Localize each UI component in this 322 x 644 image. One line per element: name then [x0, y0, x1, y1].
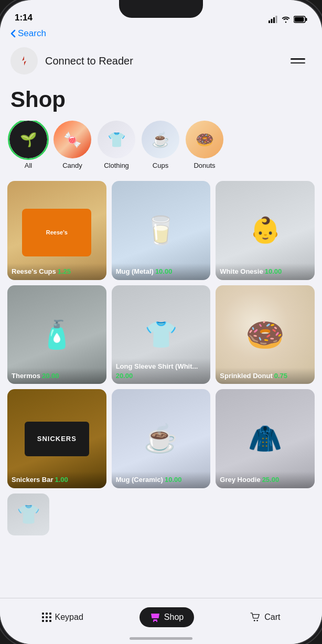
product-name-price-grey-hoodie: Grey Hoodie 25.00	[220, 476, 310, 484]
svg-rect-17	[153, 619, 157, 621]
svg-rect-11	[42, 616, 44, 618]
product-card-sprinkled-donut[interactable]: 🍩 Sprinkled Donut 0.75	[216, 285, 315, 384]
product-name-reeses: Reese's Cups	[12, 267, 56, 276]
product-name-snickers: Snickers Bar	[12, 476, 53, 484]
product-name-price-mug-ceramic: Mug (Ceramic) 10.00	[116, 476, 207, 484]
product-name-mug-metal: Mug (Metal)	[116, 267, 154, 276]
product-name-price-white-onesie: White Onesie 10.00	[220, 267, 310, 276]
menu-button[interactable]	[291, 50, 312, 71]
product-name-sprinkled-donut: Sprinkled Donut	[220, 372, 272, 380]
tab-cart[interactable]: Cart	[240, 607, 291, 627]
product-info-reeses: Reese's Cups 1.25	[7, 263, 106, 280]
product-card-grey-hoodie[interactable]: 🧥 Grey Hoodie 25.00	[216, 389, 315, 488]
candy-icon: 🍬	[63, 131, 82, 148]
mug-ceramic-visual: ☕	[144, 423, 178, 455]
back-button[interactable]: Search	[10, 28, 46, 39]
product-info-sprinkled-donut: Sprinkled Donut 0.75	[216, 368, 315, 384]
category-label-all: All	[25, 162, 32, 169]
product-card-mug-ceramic[interactable]: ☕ Mug (Ceramic) 10.00	[112, 389, 211, 488]
keypad-icon	[42, 613, 51, 622]
category-circle-all: 🌱	[9, 121, 47, 158]
svg-point-20	[254, 619, 255, 621]
tab-keypad-label: Keypad	[55, 613, 83, 622]
category-item-donuts[interactable]: 🍩 Donuts	[185, 121, 224, 169]
hamburger-line-1	[291, 58, 305, 60]
donuts-icon: 🍩	[196, 131, 214, 148]
scroll-content[interactable]: Shop 🌱 All 🍬 Candy	[0, 81, 322, 596]
product-card-reeses[interactable]: Reese's Reese's Cups 1.25	[7, 181, 106, 280]
product-card-snickers[interactable]: SNICKERS Snickers Bar 1.00	[7, 389, 106, 488]
product-price-mug-ceramic: 10.00	[165, 476, 182, 484]
svg-point-7	[17, 54, 31, 68]
product-price-long-sleeve: 20.00	[116, 372, 133, 380]
category-label-donuts: Donuts	[194, 162, 215, 169]
product-info-thermos: Thermos 20.00	[7, 368, 106, 384]
svg-rect-16	[49, 620, 51, 622]
svg-rect-12	[46, 616, 48, 618]
shop-icon	[150, 613, 160, 622]
clothing-icon: 👕	[108, 131, 126, 148]
svg-rect-0	[269, 20, 270, 23]
svg-rect-10	[49, 613, 51, 615]
product-card-long-sleeve[interactable]: 👕 Long Sleeve Shirt (Whit... 20.00	[112, 285, 211, 384]
product-card-partial[interactable]: 👕	[7, 493, 49, 535]
svg-point-18	[153, 620, 154, 621]
product-card-thermos[interactable]: 🧴 Thermos 20.00	[7, 285, 106, 384]
cups-icon: ☕	[152, 131, 170, 148]
tab-keypad[interactable]: Keypad	[31, 607, 94, 627]
product-name-price-mug-metal: Mug (Metal) 10.00	[116, 267, 207, 276]
svg-rect-3	[276, 16, 277, 23]
product-name-thermos: Thermos	[12, 372, 40, 380]
category-item-clothing[interactable]: 👕 Clothing	[96, 121, 136, 169]
svg-rect-9	[46, 613, 48, 615]
header: Connect to Reader	[0, 43, 322, 81]
snickers-bar-visual: SNICKERS	[25, 422, 89, 456]
product-price-sprinkled-donut: 0.75	[274, 372, 287, 380]
header-title: Connect to Reader	[45, 55, 133, 67]
category-label-clothing: Clothing	[104, 162, 129, 169]
status-time: 1:14	[15, 13, 33, 23]
wifi-icon	[281, 16, 291, 23]
logo-circle	[10, 47, 38, 74]
product-card-mug-metal[interactable]: 🥛 Mug (Metal) 10.00	[112, 181, 211, 280]
cart-icon	[250, 613, 261, 622]
chevron-left-icon	[10, 29, 16, 38]
snickers-text: SNICKERS	[37, 435, 77, 443]
product-price-grey-hoodie: 25.00	[262, 476, 280, 484]
long-sleeve-visual: 👕	[145, 319, 177, 350]
status-icons	[269, 16, 307, 23]
category-label-candy: Candy	[62, 162, 82, 169]
category-circle-clothing: 👕	[98, 121, 135, 158]
svg-rect-8	[42, 613, 44, 615]
product-name-price-snickers: Snickers Bar 1.00	[12, 476, 102, 484]
category-item-candy[interactable]: 🍬 Candy	[52, 121, 92, 169]
product-card-white-onesie[interactable]: 👶 White Onesie 10.00	[216, 181, 315, 280]
leaf-icon: 🌱	[20, 132, 37, 148]
reeses-label-visual: Reese's	[45, 228, 69, 237]
product-name-price-sprinkled-donut: Sprinkled Donut 0.75	[220, 372, 310, 380]
reeses-visual: Reese's	[22, 209, 91, 256]
svg-rect-2	[273, 17, 275, 23]
product-info-grey-hoodie: Grey Hoodie 25.00	[216, 471, 315, 488]
phone-screen: 1:14	[0, 0, 322, 644]
svg-point-21	[256, 619, 258, 621]
svg-rect-15	[46, 620, 48, 622]
category-item-cups[interactable]: ☕ Cups	[141, 121, 180, 169]
product-info-mug-ceramic: Mug (Ceramic) 10.00	[112, 471, 211, 488]
svg-rect-13	[49, 616, 51, 618]
brand-icon	[17, 53, 31, 68]
product-name-mug-ceramic: Mug (Ceramic)	[116, 476, 163, 484]
product-name-price-long-sleeve: Long Sleeve Shirt (Whit... 20.00	[116, 362, 207, 380]
product-info-mug-metal: Mug (Metal) 10.00	[112, 263, 211, 280]
category-item-all[interactable]: 🌱 All	[8, 121, 48, 169]
product-visual-partial: 👕	[7, 493, 49, 535]
product-grid: Reese's Reese's Cups 1.25 🥛	[0, 178, 322, 543]
tab-shop-label: Shop	[164, 613, 184, 622]
tab-cart-label: Cart	[264, 613, 280, 622]
product-info-white-onesie: White Onesie 10.00	[216, 263, 315, 280]
product-price-snickers: 1.00	[55, 476, 68, 484]
partial-visual: 👕	[17, 503, 40, 525]
tab-shop[interactable]: Shop	[139, 607, 194, 627]
svg-rect-6	[295, 17, 304, 22]
product-name-white-onesie: White Onesie	[220, 267, 263, 276]
